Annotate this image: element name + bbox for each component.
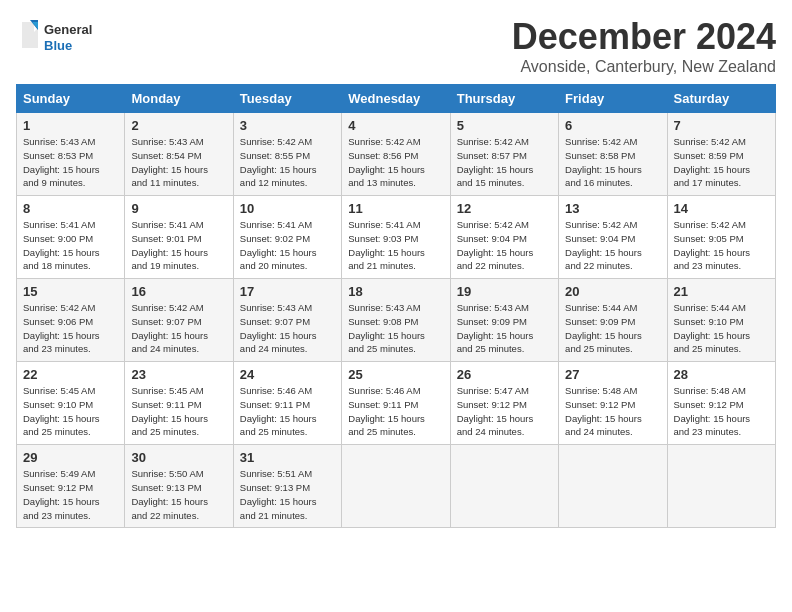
day-18: 18Sunrise: 5:43 AMSunset: 9:08 PMDayligh… — [342, 279, 450, 362]
day-number: 19 — [457, 284, 552, 299]
day-31: 31Sunrise: 5:51 AMSunset: 9:13 PMDayligh… — [233, 445, 341, 528]
header-sunday: Sunday — [17, 85, 125, 113]
day-number: 21 — [674, 284, 769, 299]
calendar-header-row: Sunday Monday Tuesday Wednesday Thursday… — [17, 85, 776, 113]
day-number: 4 — [348, 118, 443, 133]
day-number: 15 — [23, 284, 118, 299]
day-2: 2Sunrise: 5:43 AMSunset: 8:54 PMDaylight… — [125, 113, 233, 196]
day-number: 10 — [240, 201, 335, 216]
day-number: 13 — [565, 201, 660, 216]
day-number: 23 — [131, 367, 226, 382]
day-3: 3Sunrise: 5:42 AMSunset: 8:55 PMDaylight… — [233, 113, 341, 196]
day-empty — [667, 445, 775, 528]
day-28: 28Sunrise: 5:48 AMSunset: 9:12 PMDayligh… — [667, 362, 775, 445]
day-number: 27 — [565, 367, 660, 382]
day-info: Sunrise: 5:42 AMSunset: 9:04 PMDaylight:… — [457, 218, 552, 273]
header-thursday: Thursday — [450, 85, 558, 113]
day-15: 15Sunrise: 5:42 AMSunset: 9:06 PMDayligh… — [17, 279, 125, 362]
day-6: 6Sunrise: 5:42 AMSunset: 8:58 PMDaylight… — [559, 113, 667, 196]
day-info: Sunrise: 5:47 AMSunset: 9:12 PMDaylight:… — [457, 384, 552, 439]
day-22: 22Sunrise: 5:45 AMSunset: 9:10 PMDayligh… — [17, 362, 125, 445]
header-wednesday: Wednesday — [342, 85, 450, 113]
day-info: Sunrise: 5:46 AMSunset: 9:11 PMDaylight:… — [348, 384, 443, 439]
day-info: Sunrise: 5:43 AMSunset: 9:09 PMDaylight:… — [457, 301, 552, 356]
day-info: Sunrise: 5:50 AMSunset: 9:13 PMDaylight:… — [131, 467, 226, 522]
day-info: Sunrise: 5:42 AMSunset: 8:58 PMDaylight:… — [565, 135, 660, 190]
day-number: 3 — [240, 118, 335, 133]
day-number: 22 — [23, 367, 118, 382]
day-1: 1Sunrise: 5:43 AMSunset: 8:53 PMDaylight… — [17, 113, 125, 196]
day-info: Sunrise: 5:43 AMSunset: 9:08 PMDaylight:… — [348, 301, 443, 356]
day-info: Sunrise: 5:46 AMSunset: 9:11 PMDaylight:… — [240, 384, 335, 439]
day-info: Sunrise: 5:42 AMSunset: 9:07 PMDaylight:… — [131, 301, 226, 356]
day-info: Sunrise: 5:41 AMSunset: 9:02 PMDaylight:… — [240, 218, 335, 273]
day-9: 9Sunrise: 5:41 AMSunset: 9:01 PMDaylight… — [125, 196, 233, 279]
month-title: December 2024 — [512, 16, 776, 58]
svg-text:General: General — [44, 22, 92, 37]
day-number: 26 — [457, 367, 552, 382]
day-info: Sunrise: 5:45 AMSunset: 9:10 PMDaylight:… — [23, 384, 118, 439]
generalblue-logo: General Blue — [16, 16, 96, 61]
day-info: Sunrise: 5:44 AMSunset: 9:10 PMDaylight:… — [674, 301, 769, 356]
day-14: 14Sunrise: 5:42 AMSunset: 9:05 PMDayligh… — [667, 196, 775, 279]
day-info: Sunrise: 5:42 AMSunset: 9:04 PMDaylight:… — [565, 218, 660, 273]
day-number: 30 — [131, 450, 226, 465]
day-16: 16Sunrise: 5:42 AMSunset: 9:07 PMDayligh… — [125, 279, 233, 362]
day-4: 4Sunrise: 5:42 AMSunset: 8:56 PMDaylight… — [342, 113, 450, 196]
title-area: December 2024 Avonside, Canterbury, New … — [512, 16, 776, 76]
day-27: 27Sunrise: 5:48 AMSunset: 9:12 PMDayligh… — [559, 362, 667, 445]
day-number: 20 — [565, 284, 660, 299]
day-number: 11 — [348, 201, 443, 216]
day-25: 25Sunrise: 5:46 AMSunset: 9:11 PMDayligh… — [342, 362, 450, 445]
day-info: Sunrise: 5:48 AMSunset: 9:12 PMDaylight:… — [674, 384, 769, 439]
day-info: Sunrise: 5:41 AMSunset: 9:00 PMDaylight:… — [23, 218, 118, 273]
header: General Blue December 2024 Avonside, Can… — [16, 16, 776, 76]
day-number: 16 — [131, 284, 226, 299]
logo: General Blue — [16, 16, 96, 61]
day-5: 5Sunrise: 5:42 AMSunset: 8:57 PMDaylight… — [450, 113, 558, 196]
header-friday: Friday — [559, 85, 667, 113]
calendar-week-0: 1Sunrise: 5:43 AMSunset: 8:53 PMDaylight… — [17, 113, 776, 196]
day-20: 20Sunrise: 5:44 AMSunset: 9:09 PMDayligh… — [559, 279, 667, 362]
day-info: Sunrise: 5:45 AMSunset: 9:11 PMDaylight:… — [131, 384, 226, 439]
day-info: Sunrise: 5:42 AMSunset: 9:05 PMDaylight:… — [674, 218, 769, 273]
day-info: Sunrise: 5:42 AMSunset: 8:59 PMDaylight:… — [674, 135, 769, 190]
day-number: 24 — [240, 367, 335, 382]
day-info: Sunrise: 5:44 AMSunset: 9:09 PMDaylight:… — [565, 301, 660, 356]
day-29: 29Sunrise: 5:49 AMSunset: 9:12 PMDayligh… — [17, 445, 125, 528]
location-title: Avonside, Canterbury, New Zealand — [512, 58, 776, 76]
day-30: 30Sunrise: 5:50 AMSunset: 9:13 PMDayligh… — [125, 445, 233, 528]
day-number: 17 — [240, 284, 335, 299]
day-empty — [342, 445, 450, 528]
day-number: 1 — [23, 118, 118, 133]
day-info: Sunrise: 5:49 AMSunset: 9:12 PMDaylight:… — [23, 467, 118, 522]
day-number: 29 — [23, 450, 118, 465]
day-19: 19Sunrise: 5:43 AMSunset: 9:09 PMDayligh… — [450, 279, 558, 362]
day-number: 12 — [457, 201, 552, 216]
day-number: 5 — [457, 118, 552, 133]
day-10: 10Sunrise: 5:41 AMSunset: 9:02 PMDayligh… — [233, 196, 341, 279]
day-info: Sunrise: 5:42 AMSunset: 8:55 PMDaylight:… — [240, 135, 335, 190]
day-number: 14 — [674, 201, 769, 216]
day-number: 7 — [674, 118, 769, 133]
day-number: 18 — [348, 284, 443, 299]
day-info: Sunrise: 5:42 AMSunset: 9:06 PMDaylight:… — [23, 301, 118, 356]
day-23: 23Sunrise: 5:45 AMSunset: 9:11 PMDayligh… — [125, 362, 233, 445]
day-info: Sunrise: 5:42 AMSunset: 8:57 PMDaylight:… — [457, 135, 552, 190]
calendar-table: Sunday Monday Tuesday Wednesday Thursday… — [16, 84, 776, 528]
day-8: 8Sunrise: 5:41 AMSunset: 9:00 PMDaylight… — [17, 196, 125, 279]
calendar-week-1: 8Sunrise: 5:41 AMSunset: 9:00 PMDaylight… — [17, 196, 776, 279]
header-monday: Monday — [125, 85, 233, 113]
day-number: 28 — [674, 367, 769, 382]
day-24: 24Sunrise: 5:46 AMSunset: 9:11 PMDayligh… — [233, 362, 341, 445]
svg-text:Blue: Blue — [44, 38, 72, 53]
day-number: 8 — [23, 201, 118, 216]
day-info: Sunrise: 5:41 AMSunset: 9:01 PMDaylight:… — [131, 218, 226, 273]
day-empty — [450, 445, 558, 528]
day-17: 17Sunrise: 5:43 AMSunset: 9:07 PMDayligh… — [233, 279, 341, 362]
header-saturday: Saturday — [667, 85, 775, 113]
day-number: 2 — [131, 118, 226, 133]
day-info: Sunrise: 5:41 AMSunset: 9:03 PMDaylight:… — [348, 218, 443, 273]
day-info: Sunrise: 5:42 AMSunset: 8:56 PMDaylight:… — [348, 135, 443, 190]
day-number: 9 — [131, 201, 226, 216]
